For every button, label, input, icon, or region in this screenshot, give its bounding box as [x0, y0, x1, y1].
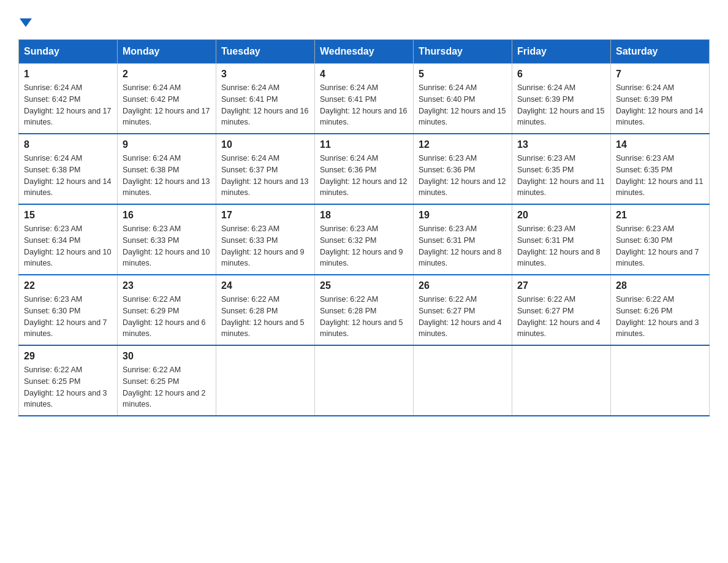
day-info: Sunrise: 6:24 AMSunset: 6:39 PMDaylight:…	[517, 83, 604, 126]
day-of-week-header: Wednesday	[315, 40, 414, 64]
calendar-day-cell: 3 Sunrise: 6:24 AMSunset: 6:41 PMDayligh…	[216, 64, 315, 134]
logo-triangle-icon	[20, 18, 32, 27]
calendar-week-row: 22 Sunrise: 6:23 AMSunset: 6:30 PMDaylig…	[19, 275, 710, 345]
day-info: Sunrise: 6:23 AMSunset: 6:32 PMDaylight:…	[320, 224, 403, 267]
day-of-week-header: Sunday	[19, 40, 118, 64]
day-number: 28	[616, 280, 704, 291]
calendar-header-row: SundayMondayTuesdayWednesdayThursdayFrid…	[19, 40, 710, 64]
calendar-day-cell: 16 Sunrise: 6:23 AMSunset: 6:33 PMDaylig…	[118, 204, 216, 275]
calendar-day-cell: 11 Sunrise: 6:24 AMSunset: 6:36 PMDaylig…	[315, 134, 414, 204]
day-number: 21	[616, 210, 704, 221]
calendar-day-cell: 10 Sunrise: 6:24 AMSunset: 6:37 PMDaylig…	[216, 134, 315, 204]
calendar-day-cell: 26 Sunrise: 6:22 AMSunset: 6:27 PMDaylig…	[414, 275, 512, 345]
day-info: Sunrise: 6:23 AMSunset: 6:36 PMDaylight:…	[419, 154, 506, 197]
calendar-day-cell: 23 Sunrise: 6:22 AMSunset: 6:29 PMDaylig…	[118, 275, 216, 345]
day-info: Sunrise: 6:22 AMSunset: 6:28 PMDaylight:…	[221, 295, 305, 338]
calendar-day-cell: 18 Sunrise: 6:23 AMSunset: 6:32 PMDaylig…	[315, 204, 414, 275]
calendar-day-cell: 12 Sunrise: 6:23 AMSunset: 6:36 PMDaylig…	[414, 134, 512, 204]
calendar-day-cell: 14 Sunrise: 6:23 AMSunset: 6:35 PMDaylig…	[611, 134, 710, 204]
day-info: Sunrise: 6:23 AMSunset: 6:33 PMDaylight:…	[123, 224, 210, 267]
day-number: 7	[616, 69, 704, 80]
calendar-day-cell: 30 Sunrise: 6:22 AMSunset: 6:25 PMDaylig…	[118, 345, 216, 416]
day-info: Sunrise: 6:24 AMSunset: 6:40 PMDaylight:…	[419, 83, 506, 126]
calendar-table: SundayMondayTuesdayWednesdayThursdayFrid…	[18, 39, 710, 416]
day-number: 18	[320, 210, 408, 221]
calendar-day-cell: 25 Sunrise: 6:22 AMSunset: 6:28 PMDaylig…	[315, 275, 414, 345]
day-info: Sunrise: 6:22 AMSunset: 6:27 PMDaylight:…	[419, 295, 502, 338]
calendar-day-cell: 5 Sunrise: 6:24 AMSunset: 6:40 PMDayligh…	[414, 64, 512, 134]
day-info: Sunrise: 6:22 AMSunset: 6:27 PMDaylight:…	[517, 295, 601, 338]
day-number: 25	[320, 280, 408, 291]
day-info: Sunrise: 6:24 AMSunset: 6:41 PMDaylight:…	[221, 83, 308, 126]
day-of-week-header: Friday	[512, 40, 611, 64]
day-info: Sunrise: 6:23 AMSunset: 6:30 PMDaylight:…	[24, 295, 107, 338]
calendar-week-row: 15 Sunrise: 6:23 AMSunset: 6:34 PMDaylig…	[19, 204, 710, 275]
calendar-day-cell: 17 Sunrise: 6:23 AMSunset: 6:33 PMDaylig…	[216, 204, 315, 275]
calendar-week-row: 8 Sunrise: 6:24 AMSunset: 6:38 PMDayligh…	[19, 134, 710, 204]
day-info: Sunrise: 6:23 AMSunset: 6:35 PMDaylight:…	[616, 154, 703, 197]
day-info: Sunrise: 6:23 AMSunset: 6:30 PMDaylight:…	[616, 224, 699, 267]
day-number: 1	[24, 69, 112, 80]
day-number: 26	[419, 280, 507, 291]
day-info: Sunrise: 6:24 AMSunset: 6:42 PMDaylight:…	[123, 83, 210, 126]
calendar-day-cell: 8 Sunrise: 6:24 AMSunset: 6:38 PMDayligh…	[19, 134, 118, 204]
day-number: 30	[123, 351, 211, 362]
day-number: 19	[419, 210, 507, 221]
day-number: 16	[123, 210, 211, 221]
day-number: 10	[221, 139, 309, 150]
day-number: 5	[419, 69, 507, 80]
day-number: 14	[616, 139, 704, 150]
calendar-day-cell: 6 Sunrise: 6:24 AMSunset: 6:39 PMDayligh…	[512, 64, 611, 134]
calendar-day-cell: 19 Sunrise: 6:23 AMSunset: 6:31 PMDaylig…	[414, 204, 512, 275]
calendar-day-cell: 28 Sunrise: 6:22 AMSunset: 6:26 PMDaylig…	[611, 275, 710, 345]
day-number: 22	[24, 280, 112, 291]
calendar-day-cell	[414, 345, 512, 416]
calendar-day-cell: 13 Sunrise: 6:23 AMSunset: 6:35 PMDaylig…	[512, 134, 611, 204]
day-of-week-header: Thursday	[414, 40, 512, 64]
calendar-day-cell: 22 Sunrise: 6:23 AMSunset: 6:30 PMDaylig…	[19, 275, 118, 345]
day-info: Sunrise: 6:22 AMSunset: 6:25 PMDaylight:…	[24, 366, 107, 408]
day-info: Sunrise: 6:23 AMSunset: 6:31 PMDaylight:…	[419, 224, 502, 267]
day-info: Sunrise: 6:24 AMSunset: 6:37 PMDaylight:…	[221, 154, 308, 197]
calendar-day-cell	[315, 345, 414, 416]
day-number: 20	[517, 210, 605, 221]
day-info: Sunrise: 6:22 AMSunset: 6:25 PMDaylight:…	[123, 366, 206, 408]
day-info: Sunrise: 6:22 AMSunset: 6:29 PMDaylight:…	[123, 295, 206, 338]
day-info: Sunrise: 6:22 AMSunset: 6:28 PMDaylight:…	[320, 295, 403, 338]
day-number: 11	[320, 139, 408, 150]
day-info: Sunrise: 6:24 AMSunset: 6:41 PMDaylight:…	[320, 83, 407, 126]
calendar-day-cell: 27 Sunrise: 6:22 AMSunset: 6:27 PMDaylig…	[512, 275, 611, 345]
day-number: 15	[24, 210, 112, 221]
day-number: 12	[419, 139, 507, 150]
day-info: Sunrise: 6:23 AMSunset: 6:35 PMDaylight:…	[517, 154, 604, 197]
page-header	[18, 18, 710, 27]
day-number: 29	[24, 351, 112, 362]
day-number: 13	[517, 139, 605, 150]
day-of-week-header: Monday	[118, 40, 216, 64]
day-number: 27	[517, 280, 605, 291]
day-info: Sunrise: 6:24 AMSunset: 6:38 PMDaylight:…	[123, 154, 210, 197]
calendar-day-cell: 20 Sunrise: 6:23 AMSunset: 6:31 PMDaylig…	[512, 204, 611, 275]
day-number: 2	[123, 69, 211, 80]
calendar-day-cell	[611, 345, 710, 416]
day-info: Sunrise: 6:23 AMSunset: 6:33 PMDaylight:…	[221, 224, 305, 267]
calendar-day-cell: 24 Sunrise: 6:22 AMSunset: 6:28 PMDaylig…	[216, 275, 315, 345]
day-number: 9	[123, 139, 211, 150]
calendar-day-cell: 15 Sunrise: 6:23 AMSunset: 6:34 PMDaylig…	[19, 204, 118, 275]
day-number: 3	[221, 69, 309, 80]
calendar-day-cell	[216, 345, 315, 416]
day-info: Sunrise: 6:24 AMSunset: 6:38 PMDaylight:…	[24, 154, 111, 197]
day-number: 8	[24, 139, 112, 150]
calendar-day-cell: 2 Sunrise: 6:24 AMSunset: 6:42 PMDayligh…	[118, 64, 216, 134]
calendar-day-cell: 4 Sunrise: 6:24 AMSunset: 6:41 PMDayligh…	[315, 64, 414, 134]
calendar-day-cell: 1 Sunrise: 6:24 AMSunset: 6:42 PMDayligh…	[19, 64, 118, 134]
calendar-day-cell	[512, 345, 611, 416]
day-number: 17	[221, 210, 309, 221]
day-info: Sunrise: 6:24 AMSunset: 6:39 PMDaylight:…	[616, 83, 703, 126]
calendar-day-cell: 21 Sunrise: 6:23 AMSunset: 6:30 PMDaylig…	[611, 204, 710, 275]
calendar-day-cell: 7 Sunrise: 6:24 AMSunset: 6:39 PMDayligh…	[611, 64, 710, 134]
day-info: Sunrise: 6:23 AMSunset: 6:34 PMDaylight:…	[24, 224, 111, 267]
day-info: Sunrise: 6:24 AMSunset: 6:42 PMDaylight:…	[24, 83, 111, 126]
day-info: Sunrise: 6:24 AMSunset: 6:36 PMDaylight:…	[320, 154, 407, 197]
day-number: 24	[221, 280, 309, 291]
